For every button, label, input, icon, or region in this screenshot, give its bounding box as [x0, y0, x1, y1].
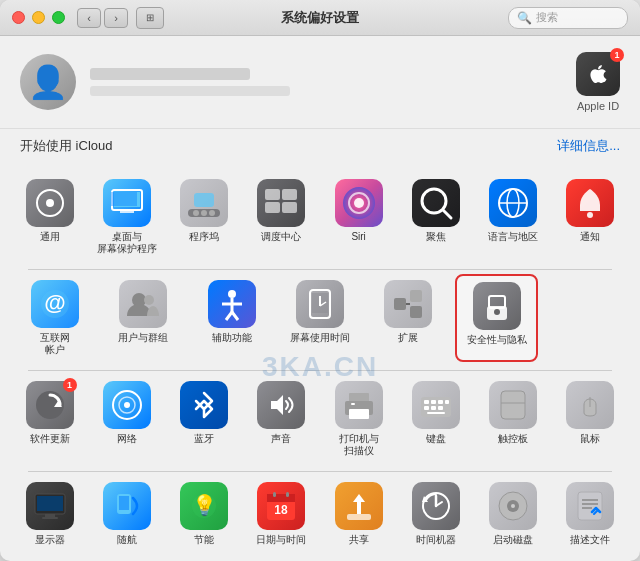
svg-point-1 — [46, 199, 54, 207]
pref-item-mission-ctrl[interactable]: 调度中心 — [246, 173, 317, 261]
apple-id-badge: 1 — [610, 48, 624, 62]
language-label: 语言与地区 — [488, 231, 538, 243]
screentime-label: 屏幕使用时间 — [290, 332, 350, 344]
datetime-label: 日期与时间 — [256, 534, 306, 546]
pref-item-display[interactable]: 显示器 — [14, 476, 85, 552]
airdrop-icon — [103, 482, 151, 530]
svg-line-19 — [443, 210, 451, 218]
svg-line-32 — [232, 312, 238, 320]
svg-rect-76 — [267, 494, 295, 502]
svg-rect-53 — [349, 409, 369, 419]
profile-email-placeholder — [90, 86, 290, 96]
pref-item-startup[interactable]: 启动磁盘 — [478, 476, 549, 552]
apple-id-section[interactable]: 1 Apple ID — [576, 52, 620, 112]
keyboard-icon — [412, 381, 460, 429]
pref-item-network[interactable]: 网络 — [91, 375, 162, 463]
pref-item-general[interactable]: 通用 — [14, 173, 85, 261]
pref-item-spotlight[interactable]: 聚焦 — [400, 173, 471, 261]
svg-point-87 — [511, 504, 515, 508]
icons-row-1: 通用 桌面与 屏幕保护程序 程序坞 — [14, 173, 626, 261]
svg-rect-64 — [501, 391, 525, 419]
pref-item-language[interactable]: 语言与地区 — [478, 173, 549, 261]
svg-rect-79 — [286, 492, 289, 497]
spotlight-label: 聚焦 — [426, 231, 446, 243]
svg-rect-38 — [410, 290, 422, 302]
pref-item-siri[interactable]: Siri — [323, 173, 394, 261]
pref-item-timemachine[interactable]: 时间机器 — [400, 476, 471, 552]
svg-rect-78 — [273, 492, 276, 497]
network-label: 网络 — [117, 433, 137, 445]
accessibility-icon — [208, 280, 256, 328]
pref-item-airdrop[interactable]: 随航 — [91, 476, 162, 552]
pref-item-notification[interactable]: 通知 — [555, 173, 626, 261]
icloud-link[interactable]: 详细信息... — [557, 137, 620, 155]
close-button[interactable] — [12, 11, 25, 24]
pref-item-users[interactable]: 用户与群组 — [102, 274, 184, 362]
back-button[interactable]: ‹ — [77, 8, 101, 28]
pref-item-trackpad[interactable]: 触控板 — [478, 375, 549, 463]
pref-item-extensions[interactable]: 扩展 — [367, 274, 449, 362]
divider-3 — [28, 471, 612, 472]
svg-rect-56 — [424, 400, 429, 404]
mission-ctrl-label: 调度中心 — [261, 231, 301, 243]
search-box[interactable]: 🔍 搜索 — [508, 7, 628, 29]
trackpad-label: 触控板 — [498, 433, 528, 445]
pref-item-screentime[interactable]: 屏幕使用时间 — [279, 274, 361, 362]
icloud-bar: 开始使用 iCloud 详细信息... — [0, 129, 640, 163]
battery-icon: 💡 — [180, 482, 228, 530]
pref-item-sound[interactable]: 声音 — [246, 375, 317, 463]
svg-rect-54 — [351, 403, 355, 405]
pref-item-security[interactable]: 安全性与隐私 — [455, 274, 537, 362]
pref-item-datetime[interactable]: 18 日期与时间 — [246, 476, 317, 552]
sharing-label: 共享 — [349, 534, 369, 546]
pref-item-sharing[interactable]: 共享 — [323, 476, 394, 552]
pref-item-mouse[interactable]: 鼠标 — [555, 375, 626, 463]
svg-rect-57 — [431, 400, 436, 404]
svg-point-17 — [354, 198, 364, 208]
svg-rect-5 — [120, 210, 134, 213]
profile-name-placeholder — [90, 68, 250, 80]
svg-rect-10 — [194, 193, 214, 207]
svg-rect-63 — [427, 412, 445, 414]
pref-item-descriptions[interactable]: 描述文件 — [555, 476, 626, 552]
pref-item-bluetooth[interactable]: 蓝牙 — [169, 375, 240, 463]
pref-item-software[interactable]: 1 软件更新 — [14, 375, 85, 463]
pref-item-desktop[interactable]: 桌面与 屏幕保护程序 — [91, 173, 162, 261]
users-icon — [119, 280, 167, 328]
pref-item-keyboard[interactable]: 键盘 — [400, 375, 471, 463]
maximize-button[interactable] — [52, 11, 65, 24]
icons-section: 通用 桌面与 屏幕保护程序 程序坞 — [0, 163, 640, 561]
pref-item-printer[interactable]: 打印机与 扫描仪 — [323, 375, 394, 463]
printer-label: 打印机与 扫描仪 — [339, 433, 379, 457]
svg-point-47 — [124, 402, 130, 408]
svg-rect-39 — [410, 306, 422, 318]
software-label: 软件更新 — [30, 433, 70, 445]
minimize-button[interactable] — [32, 11, 45, 24]
startup-label: 启动磁盘 — [493, 534, 533, 546]
apple-id-icon[interactable]: 1 — [576, 52, 620, 96]
svg-point-8 — [201, 210, 207, 216]
main-icons-area: 3KA.CN 通用 桌面与 屏幕保护程序 — [0, 163, 640, 561]
pref-item-accessibility[interactable]: 辅助功能 — [191, 274, 273, 362]
dock-icon — [180, 179, 228, 227]
forward-button[interactable]: › — [104, 8, 128, 28]
bluetooth-label: 蓝牙 — [194, 433, 214, 445]
svg-rect-69 — [45, 514, 55, 517]
svg-rect-60 — [424, 406, 429, 410]
trackpad-icon — [489, 381, 537, 429]
grid-view-button[interactable]: ⊞ — [136, 7, 164, 29]
svg-rect-80 — [347, 514, 371, 520]
svg-rect-88 — [578, 492, 602, 520]
network-icon — [103, 381, 151, 429]
siri-icon — [335, 179, 383, 227]
pref-item-dock[interactable]: 程序坞 — [169, 173, 240, 261]
svg-point-7 — [193, 210, 199, 216]
svg-text:18: 18 — [275, 503, 289, 517]
pref-item-internet[interactable]: @ 互联网 帐户 — [14, 274, 96, 362]
svg-rect-4 — [111, 192, 137, 206]
internet-label: 互联网 帐户 — [40, 332, 70, 356]
svg-rect-14 — [282, 202, 297, 213]
descriptions-icon — [566, 482, 614, 530]
pref-item-battery[interactable]: 💡 节能 — [169, 476, 240, 552]
accessibility-label: 辅助功能 — [212, 332, 252, 344]
